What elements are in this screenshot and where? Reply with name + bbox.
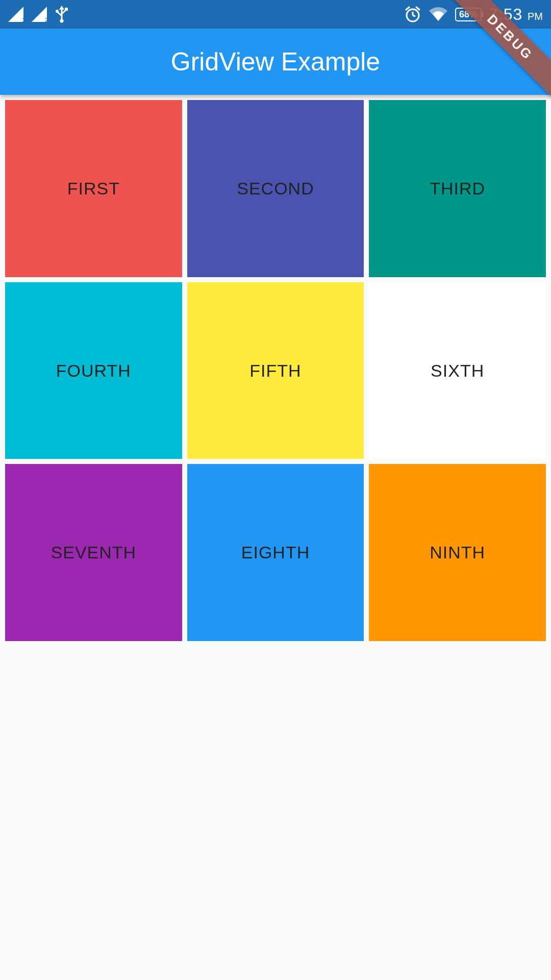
grid-tile-third[interactable]: THIRD	[369, 100, 546, 277]
battery-text: 68%	[459, 9, 478, 20]
signal-2-icon: 2	[32, 7, 48, 22]
grid-tile-first[interactable]: FIRST	[5, 100, 182, 277]
grid-tile-eighth[interactable]: EIGHTH	[187, 464, 364, 641]
clock-time: 7:53	[489, 5, 522, 23]
tile-label: EIGHTH	[241, 543, 310, 562]
clock-text: 7:53 PM	[489, 5, 543, 24]
grid-tile-second[interactable]: SECOND	[187, 100, 364, 277]
svg-point-8	[56, 10, 59, 13]
app-bar: GridView Example	[0, 29, 551, 95]
grid-view: FIRST SECOND THIRD FOURTH FIFTH SIXTH SE…	[0, 95, 551, 646]
svg-line-13	[413, 15, 415, 16]
tile-label: SIXTH	[431, 361, 484, 381]
tile-label: SEVENTH	[51, 543, 137, 562]
tile-label: FOURTH	[56, 361, 131, 381]
tile-label: THIRD	[430, 179, 485, 199]
grid-tile-fourth[interactable]: FOURTH	[5, 282, 182, 459]
clock-ampm: PM	[528, 11, 543, 22]
tile-label: SECOND	[237, 179, 314, 199]
svg-line-15	[416, 7, 419, 10]
wifi-icon	[429, 7, 448, 22]
svg-rect-10	[65, 8, 68, 11]
grid-tile-sixth[interactable]: SIXTH	[369, 282, 546, 459]
grid-tile-ninth[interactable]: NINTH	[369, 464, 546, 641]
page-title: GridView Example	[171, 47, 380, 77]
usb-icon	[55, 6, 68, 23]
tile-label: NINTH	[430, 543, 485, 562]
svg-text:2: 2	[45, 17, 48, 22]
battery-indicator: 68%	[455, 8, 482, 21]
grid-tile-seventh[interactable]: SEVENTH	[5, 464, 182, 641]
status-right-group: 68% 7:53 PM	[404, 5, 543, 24]
svg-marker-0	[8, 7, 23, 22]
grid-tile-fifth[interactable]: FIFTH	[187, 282, 364, 459]
svg-marker-6	[59, 6, 64, 10]
tile-label: FIRST	[67, 179, 120, 199]
android-status-bar: 1 2	[0, 0, 551, 29]
alarm-icon	[404, 6, 421, 23]
tile-label: FIFTH	[249, 361, 301, 381]
svg-text:1: 1	[22, 17, 24, 22]
svg-line-14	[406, 7, 409, 10]
signal-1-icon: 1	[8, 7, 24, 22]
status-left-group: 1 2	[8, 6, 68, 23]
